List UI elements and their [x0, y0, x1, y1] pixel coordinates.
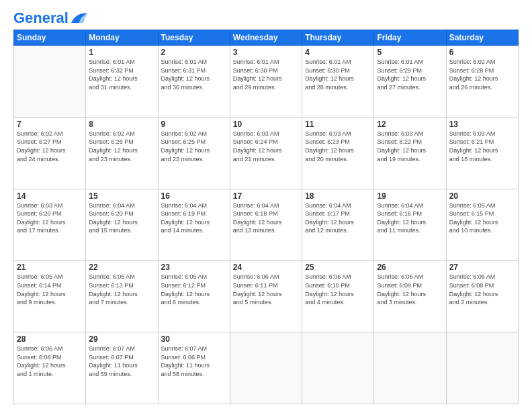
day-cell-27: 27Sunrise: 6:06 AM Sunset: 6:08 PM Dayli…	[446, 261, 518, 332]
day-number: 29	[89, 334, 154, 344]
day-info: Sunrise: 6:03 AM Sunset: 6:21 PM Dayligh…	[449, 130, 515, 163]
day-info: Sunrise: 6:01 AM Sunset: 6:32 PM Dayligh…	[89, 58, 154, 91]
day-number: 13	[449, 120, 515, 129]
day-cell-29: 29Sunrise: 6:07 AM Sunset: 6:07 PM Dayli…	[86, 332, 158, 404]
weekday-header-saturday: Saturday	[446, 30, 518, 46]
weekday-header-row: SundayMondayTuesdayWednesdayThursdayFrid…	[14, 30, 519, 46]
day-number: 30	[161, 334, 227, 344]
day-cell-21: 21Sunrise: 6:05 AM Sunset: 6:14 PM Dayli…	[14, 261, 86, 332]
weekday-header-friday: Friday	[374, 30, 446, 46]
day-number: 5	[377, 48, 443, 57]
day-info: Sunrise: 6:05 AM Sunset: 6:12 PM Dayligh…	[161, 273, 227, 306]
day-cell-7: 7Sunrise: 6:02 AM Sunset: 6:27 PM Daylig…	[14, 117, 86, 189]
day-number: 27	[449, 263, 515, 272]
week-row-1: 1Sunrise: 6:01 AM Sunset: 6:32 PM Daylig…	[14, 46, 519, 118]
day-number: 3	[233, 48, 299, 57]
day-number: 11	[305, 120, 371, 129]
day-cell-12: 12Sunrise: 6:03 AM Sunset: 6:22 PM Dayli…	[374, 117, 446, 189]
day-cell-26: 26Sunrise: 6:06 AM Sunset: 6:09 PM Dayli…	[374, 261, 446, 332]
day-cell-25: 25Sunrise: 6:06 AM Sunset: 6:10 PM Dayli…	[302, 261, 374, 332]
day-cell-1: 1Sunrise: 6:01 AM Sunset: 6:32 PM Daylig…	[86, 46, 158, 118]
day-info: Sunrise: 6:02 AM Sunset: 6:27 PM Dayligh…	[17, 130, 83, 163]
day-cell-24: 24Sunrise: 6:06 AM Sunset: 6:11 PM Dayli…	[230, 261, 302, 332]
day-cell-3: 3Sunrise: 6:01 AM Sunset: 6:30 PM Daylig…	[230, 46, 302, 118]
day-number: 15	[89, 191, 154, 201]
page: General SundayMondayTuesdayWednesdayThur…	[0, 0, 532, 411]
day-number: 4	[305, 48, 371, 57]
day-number: 1	[89, 48, 154, 57]
header: General	[13, 11, 519, 23]
day-cell-17: 17Sunrise: 6:04 AM Sunset: 6:18 PM Dayli…	[230, 189, 302, 261]
weekday-header-tuesday: Tuesday	[158, 30, 230, 46]
empty-cell	[374, 332, 446, 404]
day-info: Sunrise: 6:06 AM Sunset: 6:08 PM Dayligh…	[449, 273, 515, 306]
day-info: Sunrise: 6:03 AM Sunset: 6:24 PM Dayligh…	[233, 130, 299, 163]
day-info: Sunrise: 6:04 AM Sunset: 6:20 PM Dayligh…	[89, 201, 154, 235]
day-info: Sunrise: 6:06 AM Sunset: 6:09 PM Dayligh…	[377, 273, 443, 306]
day-cell-5: 5Sunrise: 6:01 AM Sunset: 6:29 PM Daylig…	[374, 46, 446, 118]
day-number: 14	[17, 191, 83, 201]
day-cell-19: 19Sunrise: 6:04 AM Sunset: 6:16 PM Dayli…	[374, 189, 446, 261]
day-number: 22	[89, 263, 154, 272]
day-info: Sunrise: 6:03 AM Sunset: 6:22 PM Dayligh…	[377, 130, 443, 163]
day-info: Sunrise: 6:01 AM Sunset: 6:30 PM Dayligh…	[305, 58, 371, 91]
week-row-2: 7Sunrise: 6:02 AM Sunset: 6:27 PM Daylig…	[14, 117, 519, 189]
day-info: Sunrise: 6:05 AM Sunset: 6:15 PM Dayligh…	[449, 201, 515, 235]
day-number: 26	[377, 263, 443, 272]
day-number: 23	[161, 263, 227, 272]
day-number: 21	[17, 263, 83, 272]
day-info: Sunrise: 6:06 AM Sunset: 6:11 PM Dayligh…	[233, 273, 299, 306]
day-info: Sunrise: 6:04 AM Sunset: 6:17 PM Dayligh…	[305, 201, 371, 235]
day-info: Sunrise: 6:04 AM Sunset: 6:18 PM Dayligh…	[233, 201, 299, 235]
day-number: 6	[449, 48, 515, 57]
day-number: 16	[161, 191, 227, 201]
calendar-table: SundayMondayTuesdayWednesdayThursdayFrid…	[13, 30, 519, 404]
day-info: Sunrise: 6:02 AM Sunset: 6:25 PM Dayligh…	[161, 130, 227, 163]
day-cell-8: 8Sunrise: 6:02 AM Sunset: 6:26 PM Daylig…	[86, 117, 158, 189]
week-row-5: 28Sunrise: 6:06 AM Sunset: 6:08 PM Dayli…	[14, 332, 519, 404]
week-row-3: 14Sunrise: 6:03 AM Sunset: 6:20 PM Dayli…	[14, 189, 519, 261]
day-cell-10: 10Sunrise: 6:03 AM Sunset: 6:24 PM Dayli…	[230, 117, 302, 189]
logo-text: General	[13, 11, 69, 26]
weekday-header-monday: Monday	[86, 30, 158, 46]
day-cell-11: 11Sunrise: 6:03 AM Sunset: 6:23 PM Dayli…	[302, 117, 374, 189]
day-info: Sunrise: 6:06 AM Sunset: 6:10 PM Dayligh…	[305, 273, 371, 306]
day-cell-23: 23Sunrise: 6:05 AM Sunset: 6:12 PM Dayli…	[158, 261, 230, 332]
day-number: 12	[377, 120, 443, 129]
day-number: 20	[449, 191, 515, 201]
weekday-header-sunday: Sunday	[14, 30, 86, 46]
day-number: 18	[305, 191, 371, 201]
day-number: 7	[17, 120, 83, 129]
day-info: Sunrise: 6:07 AM Sunset: 6:06 PM Dayligh…	[161, 345, 227, 378]
day-cell-16: 16Sunrise: 6:04 AM Sunset: 6:19 PM Dayli…	[158, 189, 230, 261]
day-cell-22: 22Sunrise: 6:05 AM Sunset: 6:13 PM Dayli…	[86, 261, 158, 332]
day-info: Sunrise: 6:05 AM Sunset: 6:14 PM Dayligh…	[17, 273, 83, 306]
empty-cell	[230, 332, 302, 404]
day-info: Sunrise: 6:04 AM Sunset: 6:16 PM Dayligh…	[377, 201, 443, 235]
weekday-header-thursday: Thursday	[302, 30, 374, 46]
empty-cell	[14, 46, 86, 118]
day-cell-2: 2Sunrise: 6:01 AM Sunset: 6:31 PM Daylig…	[158, 46, 230, 118]
day-number: 19	[377, 191, 443, 201]
day-cell-28: 28Sunrise: 6:06 AM Sunset: 6:08 PM Dayli…	[14, 332, 86, 404]
day-cell-30: 30Sunrise: 6:07 AM Sunset: 6:06 PM Dayli…	[158, 332, 230, 404]
day-cell-4: 4Sunrise: 6:01 AM Sunset: 6:30 PM Daylig…	[302, 46, 374, 118]
day-number: 2	[161, 48, 227, 57]
day-cell-9: 9Sunrise: 6:02 AM Sunset: 6:25 PM Daylig…	[158, 117, 230, 189]
empty-cell	[302, 332, 374, 404]
day-number: 9	[161, 120, 227, 129]
day-info: Sunrise: 6:01 AM Sunset: 6:31 PM Dayligh…	[161, 58, 227, 91]
day-cell-18: 18Sunrise: 6:04 AM Sunset: 6:17 PM Dayli…	[302, 189, 374, 261]
day-cell-20: 20Sunrise: 6:05 AM Sunset: 6:15 PM Dayli…	[446, 189, 518, 261]
day-info: Sunrise: 6:07 AM Sunset: 6:07 PM Dayligh…	[89, 345, 154, 378]
day-cell-14: 14Sunrise: 6:03 AM Sunset: 6:20 PM Dayli…	[14, 189, 86, 261]
empty-cell	[446, 332, 518, 404]
day-number: 10	[233, 120, 299, 129]
day-number: 24	[233, 263, 299, 272]
weekday-header-wednesday: Wednesday	[230, 30, 302, 46]
day-info: Sunrise: 6:02 AM Sunset: 6:26 PM Dayligh…	[89, 130, 154, 163]
day-info: Sunrise: 6:05 AM Sunset: 6:13 PM Dayligh…	[89, 273, 154, 306]
day-cell-13: 13Sunrise: 6:03 AM Sunset: 6:21 PM Dayli…	[446, 117, 518, 189]
day-number: 28	[17, 334, 83, 344]
day-info: Sunrise: 6:04 AM Sunset: 6:19 PM Dayligh…	[161, 201, 227, 235]
